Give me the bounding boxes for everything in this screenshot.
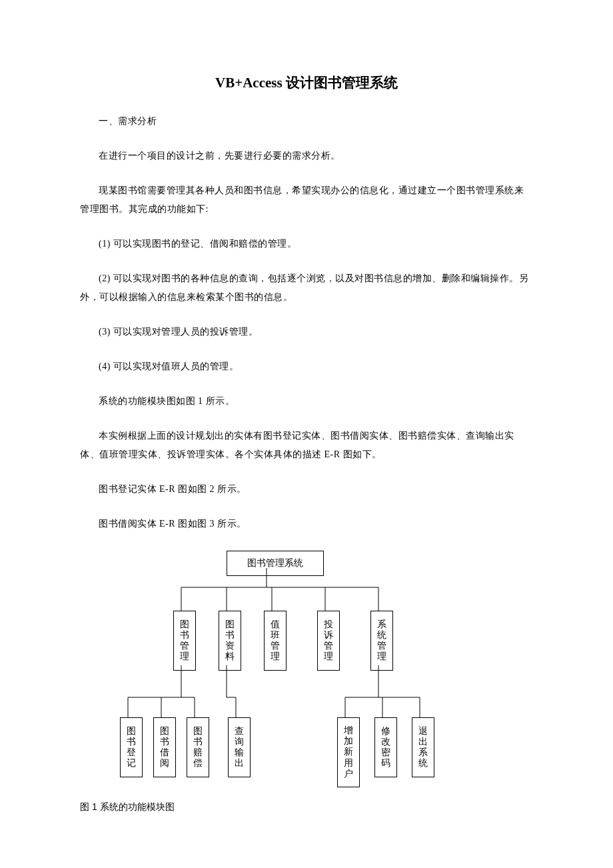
tree-node-box: 值 班 管 理 [264,611,287,671]
figure-caption: 图 1 系统的功能模块图 [80,801,533,813]
tree-leaf-box: 修 改 密 码 [374,717,397,777]
tree-leaf-box: 图 书 登 记 [120,717,143,777]
tree-node-box: 系 统 管 理 [370,611,393,671]
tree-leaf-box: 图 书 借 阅 [153,717,176,777]
paragraph: 系统的功能模块图如图 1 所示。 [80,392,533,411]
document-title: VB+Access 设计图书管理系统 [80,73,533,92]
tree-leaf-box: 查 询 输 出 [228,717,251,777]
paragraph: (3) 可以实现对管理人员的投诉管理。 [80,323,533,341]
section-heading: 一、需求分析 [80,112,533,131]
tree-node-box: 图 书 管 理 [173,611,196,671]
paragraph: (4) 可以实现对值班人员的管理。 [80,357,533,376]
paragraph: (2) 可以实现对图书的各种信息的查询，包括逐个浏览，以及对图书信息的增加、删除… [80,269,533,307]
paragraph: (1) 可以实现图书的登记、借阅和赔偿的管理。 [80,235,533,253]
tree-node-box: 图 书 资 料 [219,611,241,671]
module-tree-diagram: 图书管理系统 图 书 管 理 图 书 资 料 值 班 管 理 投 诉 管 理 系… [100,551,500,797]
tree-node-box: 投 诉 管 理 [317,611,340,671]
paragraph: 图书登记实体 E-R 图如图 2 所示。 [80,480,533,499]
tree-leaf-box: 增 加 新 用 户 [337,717,360,787]
diagram-figure: 图书管理系统 图 书 管 理 图 书 资 料 值 班 管 理 投 诉 管 理 系… [80,551,533,813]
tree-leaf-box: 退 出 系 统 [412,717,434,777]
tree-leaf-box: 图 书 赔 偿 [187,717,209,777]
paragraph: 现某图书馆需要管理其各种人员和图书信息，希望实现办公的信息化，通过建立一个图书管… [80,181,533,219]
paragraph: 在进行一个项目的设计之前，先要进行必要的需求分析。 [80,147,533,165]
document-page: VB+Access 设计图书管理系统 一、需求分析 在进行一个项目的设计之前，先… [0,0,613,853]
paragraph: 图书借阅实体 E-R 图如图 3 所示。 [80,515,533,533]
paragraph: 本实例根据上面的设计规划出的实体有图书登记实体、图书借阅实体、图书赔偿实体、查询… [80,427,533,464]
tree-root-box: 图书管理系统 [227,551,324,576]
